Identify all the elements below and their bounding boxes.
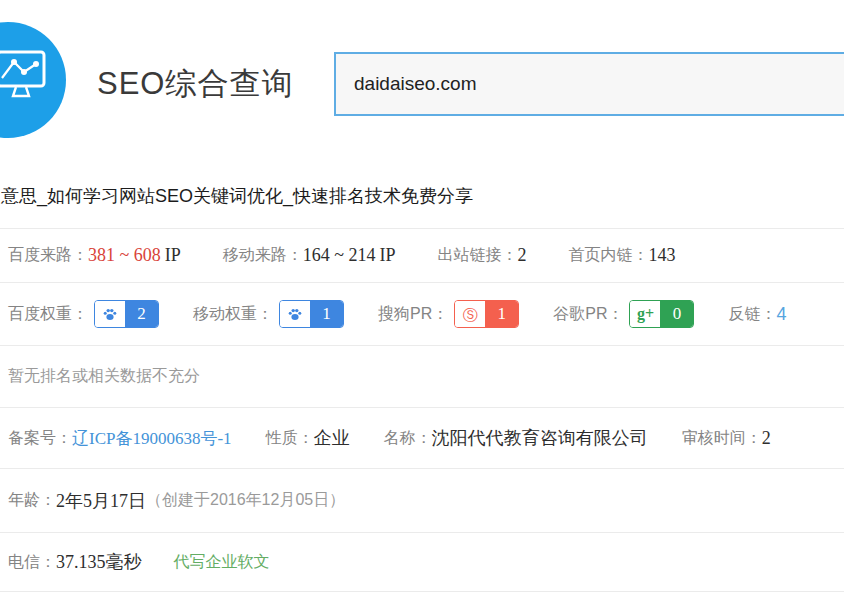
baidu-traffic-label: 百度来路： — [8, 245, 88, 266]
icp-number: 备案号： 辽ICP备19000638号-1 — [8, 427, 232, 450]
age-value: 2年5月17日 — [56, 489, 146, 513]
mobile-weight-label: 移动权重： — [193, 304, 273, 325]
age-created-note: （创建于2016年12月05日） — [146, 490, 345, 511]
backlinks-value-link[interactable]: 4 — [776, 304, 786, 325]
icp-audit-time: 审核时间： 2 — [682, 428, 771, 449]
baidu-weight: 百度权重： 2 — [8, 300, 159, 328]
baidu-weight-value: 2 — [125, 301, 158, 327]
search-input[interactable] — [334, 52, 844, 116]
mobile-weight-value: 1 — [310, 301, 343, 327]
icp-number-label: 备案号： — [8, 428, 72, 449]
baidu-weight-label: 百度权重： — [8, 304, 88, 325]
seo-data-table: 百度来路： 381 ~ 608 IP 移动来路： 164 ~ 214 IP 出站… — [0, 228, 844, 592]
mobile-traffic-unit: IP — [380, 245, 396, 266]
app-title: SEO综合查询 — [97, 63, 293, 105]
google-pr-label: 谷歌PR： — [553, 304, 623, 325]
homepage-links: 首页内链： 143 — [569, 245, 676, 266]
icp-row: 备案号： 辽ICP备19000638号-1 性质： 企业 名称： 沈阳代代教育咨… — [0, 408, 844, 469]
sogou-pr: 搜狗PR： Ⓢ 1 — [378, 300, 519, 328]
mobile-traffic-label: 移动来路： — [223, 245, 303, 266]
outbound-links-label: 出站链接： — [438, 245, 518, 266]
sogou-s-icon: Ⓢ — [455, 301, 485, 327]
seo-query-page: { "header": { "title": "SEO综合查询", "searc… — [0, 0, 844, 606]
sogou-pr-label: 搜狗PR： — [378, 304, 448, 325]
baidu-traffic: 百度来路： 381 ~ 608 IP — [8, 245, 181, 266]
site-logo[interactable] — [0, 22, 66, 138]
icp-nature-value: 企业 — [314, 426, 350, 450]
google-plus-icon: g+ — [630, 301, 660, 327]
homepage-links-label: 首页内链： — [569, 245, 649, 266]
speed-row: 电信： 37.135毫秒 代写企业软文 — [0, 533, 844, 592]
icp-number-link[interactable]: 辽ICP备19000638号-1 — [72, 427, 232, 450]
mobile-traffic: 移动来路： 164 ~ 214 IP — [223, 245, 396, 266]
icp-audit-label: 审核时间： — [682, 428, 762, 449]
google-pr-badge[interactable]: g+ 0 — [629, 300, 694, 328]
norank-row: 暂无排名或相关数据不充分 — [0, 346, 844, 408]
traffic-row: 百度来路： 381 ~ 608 IP 移动来路： 164 ~ 214 IP 出站… — [0, 229, 844, 283]
icp-company: 名称： 沈阳代代教育咨询有限公司 — [384, 426, 648, 450]
outbound-links: 出站链接： 2 — [438, 245, 527, 266]
telecom-speed-value: 37.135毫秒 — [56, 550, 142, 574]
norank-text: 暂无排名或相关数据不充分 — [8, 366, 200, 387]
icp-nature-label: 性质： — [266, 428, 314, 449]
baidu-traffic-value: 381 ~ 608 — [88, 245, 161, 266]
outbound-links-value: 2 — [518, 245, 527, 266]
baidu-paw-icon — [280, 301, 310, 327]
mobile-weight: 移动权重： 1 — [193, 300, 344, 328]
age-label: 年龄： — [8, 490, 56, 511]
baidu-traffic-unit: IP — [165, 245, 181, 266]
icp-nature: 性质： 企业 — [266, 426, 350, 450]
backlinks-label: 反链： — [728, 304, 776, 325]
age-row: 年龄： 2年5月17日 （创建于2016年12月05日） — [0, 469, 844, 533]
icp-company-value: 沈阳代代教育咨询有限公司 — [432, 426, 648, 450]
sogou-pr-value: 1 — [485, 301, 518, 327]
homepage-links-value: 143 — [649, 245, 676, 266]
queried-site-title: 意思_如何学习网站SEO关键词优化_快速排名技术免费分享 — [1, 184, 473, 208]
mobile-traffic-value: 164 ~ 214 — [303, 245, 376, 266]
sogou-pr-badge[interactable]: Ⓢ 1 — [454, 300, 519, 328]
weights-row: 百度权重： 2 移动权重： — [0, 283, 844, 346]
icp-company-label: 名称： — [384, 428, 432, 449]
icp-audit-value: 2 — [762, 428, 771, 449]
google-pr: 谷歌PR： g+ 0 — [553, 300, 694, 328]
monitor-chart-icon — [0, 50, 48, 116]
baidu-weight-badge[interactable]: 2 — [94, 300, 159, 328]
google-pr-value: 0 — [660, 301, 693, 327]
mobile-weight-badge[interactable]: 1 — [279, 300, 344, 328]
backlinks: 反链： 4 — [728, 304, 786, 325]
baidu-paw-icon — [95, 301, 125, 327]
telecom-speed-label: 电信： — [8, 552, 56, 573]
soft-article-link[interactable]: 代写企业软文 — [174, 552, 270, 573]
